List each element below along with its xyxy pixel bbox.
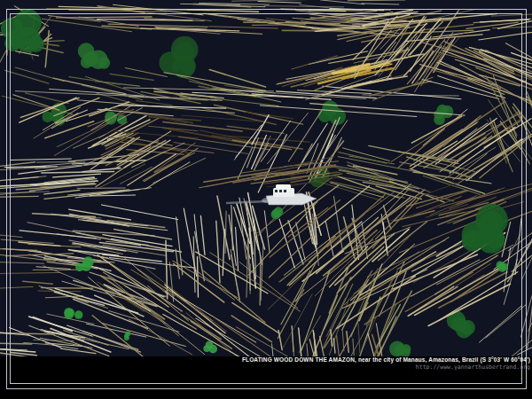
caption: FLOATING WOOD DOWN THE AMAZON, near the …: [0, 356, 530, 371]
caption-title: FLOATING WOOD DOWN THE AMAZON, near the …: [0, 356, 530, 363]
wallpaper: FLOATING WOOD DOWN THE AMAZON, near the …: [0, 0, 532, 399]
boat-roof: [276, 184, 291, 189]
boat-window: [275, 190, 278, 192]
caption-url: http://www.yannarthusbertrand.org: [0, 364, 530, 371]
boat-window: [284, 190, 286, 192]
boat-window: [279, 190, 282, 192]
aerial-photo-log-rafts: [0, 0, 532, 356]
